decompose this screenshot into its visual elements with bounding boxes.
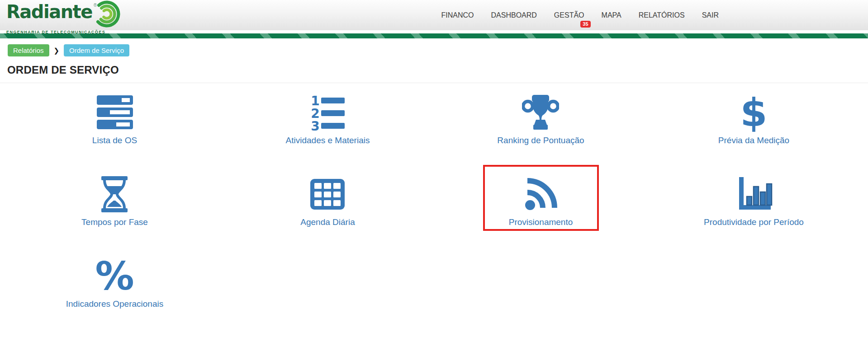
green-stripe-bar [0, 33, 868, 38]
tile-label: Indicadores Operacionais [66, 299, 163, 309]
tile-produtividade-por-periodo[interactable]: Produtividade por Período [704, 171, 804, 227]
tile-label: Agenda Diária [300, 217, 355, 227]
hourglass-icon [97, 173, 132, 215]
tile-label: Tempos por Fase [81, 217, 148, 227]
nav-item-gestao[interactable]: GESTÃO 35 [554, 11, 584, 19]
tile-label: Atividades e Materiais [286, 136, 370, 145]
grid-cell: Produtividade por Período [647, 171, 860, 253]
tasks-icon [96, 91, 134, 134]
nav-item-gestao-label: GESTÃO [554, 11, 584, 19]
grid-cell: 1 2 3 Atividades e Materiais [221, 89, 434, 171]
svg-text:3: 3 [311, 119, 319, 131]
main-nav: FINANCO DASHBOARD GESTÃO 35 MAPA RELATÓR… [441, 0, 719, 30]
trophy-icon [522, 91, 559, 134]
grid-cell: Lista de OS [8, 89, 221, 171]
grid-cell: Tempos por Fase [8, 171, 221, 253]
tile-label: Produtividade por Período [704, 217, 804, 227]
tile-lista-de-os[interactable]: Lista de OS [92, 89, 137, 145]
tile-ranking-de-pontuacao[interactable]: Ranking de Pontuação [497, 89, 584, 145]
nav-item-mapa[interactable]: MAPA [602, 11, 621, 19]
grid-cell: Ranking de Pontuação [434, 89, 647, 171]
tile-label: Ranking de Pontuação [497, 136, 584, 145]
brand-name: Radiante [6, 2, 92, 21]
nav-item-sair[interactable]: SAIR [702, 11, 719, 19]
breadcrumb-relatorios[interactable]: Relatórios [8, 44, 49, 56]
tile-provisionamento[interactable]: Provisionamento [509, 171, 573, 227]
grid-cell: Agenda Diária [221, 171, 434, 253]
dollar-icon: $ [740, 91, 768, 134]
brand-tagline: ENGENHARIA DE TELECOMUNICAÇÕES [6, 30, 124, 34]
tile-previa-da-medicao[interactable]: $ Prévia da Medição [718, 89, 789, 145]
radiante-swirl-icon [96, 0, 124, 29]
breadcrumb: Relatórios ❯ Ordem de Serviço [8, 44, 868, 56]
table-icon [309, 173, 346, 215]
notification-badge: 35 [580, 21, 590, 28]
breadcrumb-ordem-de-servico[interactable]: Ordem de Serviço [64, 44, 129, 56]
page-title: ORDEM DE SERVIÇO [7, 64, 868, 76]
tile-label: Prévia da Medição [718, 136, 789, 145]
tile-agenda-diaria[interactable]: Agenda Diária [300, 171, 355, 227]
ordered-list-icon: 1 2 3 [310, 91, 346, 134]
tile-atividades-e-materiais[interactable]: 1 2 3 Atividades e Materiais [286, 89, 370, 145]
grid-cell: Provisionamento [434, 171, 647, 253]
rss-icon [524, 173, 558, 215]
tile-label: Lista de OS [92, 136, 137, 145]
tile-label: Provisionamento [509, 217, 573, 227]
tile-indicadores-operacionais[interactable]: % Indicadores Operacionais [66, 253, 163, 309]
nav-item-dashboard[interactable]: DASHBOARD [491, 11, 537, 19]
brand-logo[interactable]: Radiante ® ENGENHARIA DE TELECOMUNICAÇÕE… [6, 2, 124, 34]
nav-item-financo[interactable]: FINANCO [441, 11, 474, 19]
top-header: Radiante ® ENGENHARIA DE TELECOMUNICAÇÕE… [0, 0, 868, 30]
chevron-right-icon: ❯ [54, 47, 60, 55]
tile-tempos-por-fase[interactable]: Tempos por Fase [81, 171, 148, 227]
report-tile-grid: Lista de OS 1 2 3 Ativi [8, 83, 868, 334]
nav-item-relatorios[interactable]: RELATÓRIOS [639, 11, 685, 19]
grid-cell: % Indicadores Operacionais [8, 253, 221, 334]
grid-cell: $ Prévia da Medição [647, 89, 860, 171]
bar-chart-icon [735, 173, 773, 215]
percent-icon: % [95, 255, 134, 297]
